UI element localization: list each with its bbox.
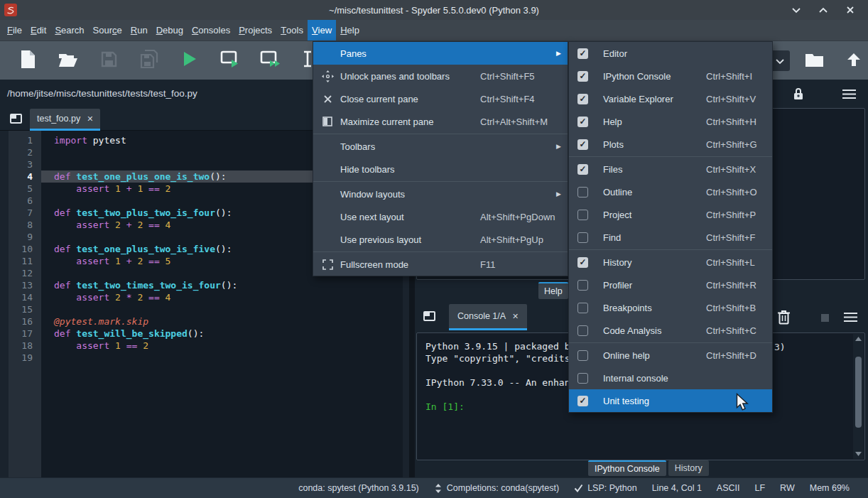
tab-console-1a[interactable]: Console 1/A ✕ xyxy=(449,304,527,330)
tab-ipython-console[interactable]: IPython Console xyxy=(588,460,666,476)
checkbox-find[interactable] xyxy=(577,232,588,243)
run-cell-advance-button[interactable] xyxy=(255,45,286,76)
menubar-search[interactable]: Search xyxy=(50,20,88,40)
scrollbar-thumb[interactable] xyxy=(855,357,862,428)
menubar-source[interactable]: Source xyxy=(89,20,126,40)
checkbox-variable-explorer[interactable]: ✓ xyxy=(577,94,588,104)
code-line-14[interactable]: 14 assert 2 * 2 == 4 xyxy=(0,291,403,303)
parent-directory-button[interactable] xyxy=(841,48,867,74)
checkbox-help[interactable]: ✓ xyxy=(577,117,588,127)
code-line-13[interactable]: 13def test_two_times_two_is_four(): xyxy=(0,279,403,291)
menu-item-help[interactable]: ✓HelpCtrl+Shift+H xyxy=(569,110,772,133)
menu-item-window-layouts[interactable]: Window layouts▶ xyxy=(313,183,568,205)
checkbox-ipython-console[interactable]: ✓ xyxy=(577,71,588,82)
close-button[interactable] xyxy=(842,3,858,17)
menu-item-fullscreen-mode[interactable]: Fullscreen modeF11 xyxy=(313,253,568,276)
menu-item-breakpoints[interactable]: BreakpointsCtrl+Shift+B xyxy=(569,296,772,319)
menu-item-unlock-panes-and-toolbars[interactable]: Unlock panes and toolbarsCtrl+Shift+F5 xyxy=(313,65,568,87)
menu-item-code-analysis[interactable]: Code AnalysisCtrl+Shift+C xyxy=(569,319,772,342)
save-button[interactable] xyxy=(93,45,124,76)
menu-item-files[interactable]: ✓FilesCtrl+Shift+X xyxy=(569,158,772,180)
menubar-projects[interactable]: Projects xyxy=(234,20,276,40)
menu-item-shortcut: Alt+Shift+PgUp xyxy=(480,234,543,245)
tab-test-foo-py[interactable]: test_foo.py ✕ xyxy=(30,109,100,131)
pane-options-menu-icon[interactable] xyxy=(841,88,857,99)
code-line-16[interactable]: 16@pytest.mark.skip xyxy=(0,315,403,328)
scroll-up-icon[interactable] xyxy=(853,334,864,344)
menubar-help[interactable]: Help xyxy=(336,20,364,40)
menu-item-use-next-layout[interactable]: Use next layoutAlt+Shift+PgDown xyxy=(313,205,568,228)
menu-item-close-current-pane[interactable]: Close current paneCtrl+Shift+F4 xyxy=(313,87,568,110)
close-console-icon[interactable]: ✕ xyxy=(512,312,519,321)
submenu-arrow-icon: ▶ xyxy=(556,190,561,197)
menu-item-outline[interactable]: OutlineCtrl+Shift+O xyxy=(569,180,772,203)
menu-item-online-help[interactable]: Online helpCtrl+Shift+D xyxy=(569,344,772,367)
menubar-edit[interactable]: Edit xyxy=(26,20,50,40)
checkbox-unit-testing[interactable]: ✓ xyxy=(577,396,588,406)
menu-separator xyxy=(313,181,568,182)
code-line-18[interactable]: 18 assert 1 == 2 xyxy=(0,340,403,352)
open-directory-button[interactable] xyxy=(801,48,827,74)
menubar-debug[interactable]: Debug xyxy=(152,20,188,40)
console-scrollbar[interactable] xyxy=(853,334,864,459)
trash-icon[interactable] xyxy=(776,308,791,325)
menubar-run[interactable]: Run xyxy=(126,20,152,40)
tab-help[interactable]: Help xyxy=(538,282,568,299)
menu-item-variable-explorer[interactable]: ✓Variable ExplorerCtrl+Shift+V xyxy=(569,87,772,110)
completions-status[interactable]: Completions: conda(spytest) xyxy=(434,483,559,494)
checkbox-outline[interactable] xyxy=(577,187,588,197)
checkbox-editor[interactable]: ✓ xyxy=(577,48,588,59)
checkbox-profiler[interactable] xyxy=(577,280,588,291)
open-file-button[interactable] xyxy=(53,45,84,76)
menu-item-ipython-console[interactable]: ✓IPython ConsoleCtrl+Shift+I xyxy=(569,65,772,87)
panes-submenu: ✓Editor✓IPython ConsoleCtrl+Shift+I✓Vari… xyxy=(568,41,773,413)
browse-tabs-button[interactable] xyxy=(9,111,24,126)
menu-item-panes[interactable]: Panes▶ xyxy=(313,42,568,65)
menu-item-maximize-current-pane[interactable]: Maximize current paneCtrl+Alt+Shift+M xyxy=(313,110,568,133)
browse-tabs-button[interactable] xyxy=(422,308,438,324)
menu-item-toolbars[interactable]: Toolbars▶ xyxy=(313,135,568,158)
checkbox-internal-console[interactable] xyxy=(577,373,588,384)
checkbox-plots[interactable]: ✓ xyxy=(577,139,588,150)
scroll-down-icon[interactable] xyxy=(853,449,864,459)
maximize-button[interactable] xyxy=(815,3,831,17)
menu-item-hide-toolbars[interactable]: Hide toolbars xyxy=(313,158,568,180)
menu-item-label: Unit testing xyxy=(603,396,649,406)
menubar-file[interactable]: File xyxy=(3,20,26,40)
checkbox-code-analysis[interactable] xyxy=(577,325,588,336)
cursor-position-status-label: Line 4, Col 1 xyxy=(652,483,702,493)
minimize-button[interactable] xyxy=(788,3,804,17)
menu-item-shortcut: F11 xyxy=(480,259,495,270)
menubar-tools[interactable]: Tools xyxy=(276,20,308,40)
new-file-button[interactable] xyxy=(12,45,43,76)
menu-item-find[interactable]: FindCtrl+Shift+F xyxy=(569,226,772,249)
menu-item-editor[interactable]: ✓Editor xyxy=(569,42,772,65)
menu-item-project[interactable]: ProjectCtrl+Shift+P xyxy=(569,203,772,226)
code-line-17[interactable]: 17def test_will_be_skipped(): xyxy=(0,328,403,340)
save-all-button[interactable] xyxy=(134,45,165,76)
console-options-menu-icon[interactable] xyxy=(842,311,858,323)
menu-item-shortcut: Ctrl+Shift+C xyxy=(706,325,756,336)
interpreter-status[interactable]: conda: spytest (Python 3.9.15) xyxy=(298,483,419,493)
checkbox-history[interactable]: ✓ xyxy=(577,257,588,268)
menubar-consoles[interactable]: Consoles xyxy=(188,20,234,40)
checkbox-files[interactable]: ✓ xyxy=(577,164,588,175)
close-tab-icon[interactable]: ✕ xyxy=(87,114,93,124)
code-line-19[interactable]: 19 xyxy=(0,352,403,364)
run-cell-button[interactable] xyxy=(215,45,246,76)
checkbox-project[interactable] xyxy=(577,210,588,220)
lsp-status[interactable]: LSP: Python xyxy=(574,483,637,493)
menu-item-internal-console[interactable]: Internal console xyxy=(569,367,772,389)
run-button[interactable] xyxy=(174,45,205,76)
menu-item-profiler[interactable]: ProfilerCtrl+Shift+R xyxy=(569,274,772,296)
checkbox-breakpoints[interactable] xyxy=(577,303,588,313)
menu-item-history[interactable]: ✓HistoryCtrl+Shift+L xyxy=(569,251,772,274)
menu-item-use-previous-layout[interactable]: Use previous layoutAlt+Shift+PgUp xyxy=(313,228,568,251)
menubar-view[interactable]: View xyxy=(308,20,336,40)
code-line-15[interactable]: 15 xyxy=(0,303,403,315)
unlock-panes-icon xyxy=(320,70,335,82)
menu-item-plots[interactable]: ✓PlotsCtrl+Shift+G xyxy=(569,133,772,156)
checkbox-online-help[interactable] xyxy=(577,350,588,361)
tab-history[interactable]: History xyxy=(668,460,709,476)
lock-icon[interactable] xyxy=(791,87,805,101)
